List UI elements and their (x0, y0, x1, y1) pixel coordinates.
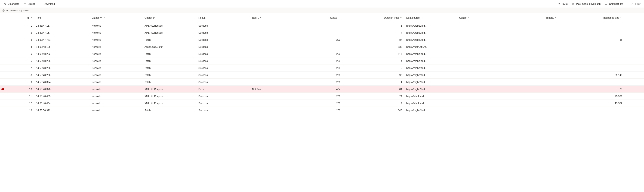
cell-time: 14:58:48.235 (36, 58, 92, 64)
cell-data-source: https://orgbe1fed… (406, 52, 459, 56)
clear-data-button[interactable]: Clear data (2, 2, 21, 6)
cell-status: 200 (283, 72, 345, 78)
col-duration[interactable]: Duration (ms) (345, 16, 402, 19)
cell-operation: Fetch (144, 66, 198, 70)
cell-category: Network (92, 80, 144, 84)
cell-control (459, 102, 522, 104)
table-row[interactable]: 914:58:48.324NetworkFetchSuccess2004http… (0, 78, 644, 86)
cell-category: Network (92, 108, 144, 113)
cell-duration: 84 (345, 87, 406, 92)
cell-property (522, 46, 561, 48)
table-row[interactable]: 214:58:47.167NetworkXMLHttpRequestSucces… (0, 29, 644, 36)
col-status[interactable]: Status (283, 16, 340, 19)
table-row[interactable]: 414:58:48.106NetworkAssetLoad.ScriptSucc… (0, 43, 644, 50)
cell-category: Network (92, 23, 144, 28)
table-row[interactable]: 514:58:48.233NetworkFetchSuccess200115ht… (0, 50, 644, 58)
cell-status: 200 (283, 94, 345, 99)
cell-status: 200 (283, 101, 345, 106)
cell-result: Success (198, 30, 252, 35)
col-res[interactable]: Res… (252, 16, 262, 19)
cell-property (522, 74, 561, 76)
col-category-label: Category (92, 16, 102, 19)
cell-status: 200 (283, 66, 345, 70)
cell-result: Success (198, 44, 252, 49)
col-operation[interactable]: Operation (144, 16, 158, 19)
cell-response-size (561, 32, 626, 34)
cell-category: Network (92, 66, 144, 70)
cell-response-size (561, 109, 626, 111)
table-row[interactable]: 814:58:48.296NetworkFetchSuccess20092htt… (0, 72, 644, 78)
compact-list-label: Compact list (609, 2, 623, 5)
table-row[interactable]: 614:58:48.235NetworkFetchSuccess2004http… (0, 58, 644, 64)
col-control[interactable]: Control (459, 16, 470, 19)
col-property[interactable]: Property (522, 16, 557, 19)
table-row[interactable]: 1314:58:50.922NetworkFetchSuccess200348h… (0, 107, 644, 114)
col-category[interactable]: Category (92, 16, 105, 19)
table-row[interactable]: 114:58:47.167NetworkXMLHttpRequestSucces… (0, 22, 644, 29)
cell-operation: Fetch (144, 52, 198, 56)
cell-control (459, 25, 522, 27)
col-data-source-label: Data source (406, 16, 420, 19)
chevron-down-icon (43, 17, 45, 19)
cell-response-size (561, 46, 626, 48)
cell-duration: 92 (345, 72, 406, 78)
col-response-size[interactable]: Response size (561, 16, 622, 19)
cell-data-source: https://orgbe1fed… (406, 66, 459, 70)
cell-response-size: 28 (561, 87, 626, 92)
cell-id: 12 (5, 101, 36, 106)
table-row[interactable]: ✕1014:58:48.378NetworkXMLHttpRequestErro… (0, 86, 644, 93)
cell-result: Success (198, 72, 252, 78)
upload-icon (24, 2, 26, 5)
cell-res (252, 102, 283, 104)
svg-point-0 (558, 3, 559, 4)
table-row[interactable]: 1114:58:48.453NetworkXMLHttpRequestSucce… (0, 93, 644, 100)
cell-property (522, 25, 561, 27)
table-row[interactable]: 714:58:48.236NetworkFetchSuccess2005http… (0, 64, 644, 72)
cell-duration: 87 (345, 37, 406, 42)
cell-response-size: 69,143 (561, 72, 626, 78)
cell-control (459, 32, 522, 34)
cell-operation: XMLHttpRequest (144, 30, 198, 35)
cell-property (522, 32, 561, 34)
grid-header-row: Id Time Category Operation Result Res… S… (0, 14, 644, 22)
cell-result: Error (198, 87, 252, 92)
cell-id: 6 (5, 58, 36, 64)
cell-control (459, 67, 522, 69)
play-app-button[interactable]: Play model-driven app (570, 2, 603, 6)
cell-data-source: https://orgbe1fed… (406, 23, 459, 28)
cell-category: Network (92, 37, 144, 42)
col-property-label: Property (544, 16, 554, 19)
cell-result: Success (198, 58, 252, 64)
download-button[interactable]: Download (38, 2, 57, 6)
cell-time: 14:58:50.922 (36, 108, 92, 113)
col-time-label: Time (36, 16, 42, 19)
cell-duration: 115 (345, 52, 406, 56)
col-result[interactable]: Result (198, 16, 208, 19)
cell-status: 200 (283, 52, 345, 56)
filter-button[interactable]: Filter (629, 2, 642, 6)
cell-time: 14:58:48.324 (36, 80, 92, 84)
table-row[interactable]: 314:58:47.771NetworkFetchSuccess20087htt… (0, 36, 644, 43)
cell-result: Success (198, 52, 252, 56)
cell-control (459, 81, 522, 83)
cell-res (252, 67, 283, 69)
col-data-source[interactable]: Data source (406, 16, 423, 19)
cell-id: 2 (5, 30, 36, 35)
cell-id: 7 (5, 66, 36, 70)
chevron-down-icon (30, 17, 32, 19)
cell-res (252, 53, 283, 55)
invite-button[interactable]: Invite (555, 2, 570, 6)
cell-data-source: https://shellprod.… (406, 94, 459, 99)
cell-operation: Fetch (144, 58, 198, 64)
table-row[interactable]: 1214:58:48.494NetworkXMLHttpRequestSucce… (0, 100, 644, 107)
col-id[interactable]: Id (5, 16, 32, 19)
chevron-down-icon (338, 17, 340, 19)
cell-operation: AssetLoad.Script (144, 44, 198, 49)
col-time[interactable]: Time (36, 16, 45, 19)
cell-duration: 138 (345, 44, 406, 49)
col-res-label: Res… (252, 16, 259, 19)
upload-button[interactable]: Upload (21, 2, 38, 6)
compact-list-button[interactable]: Compact list (603, 2, 629, 6)
cell-property (522, 81, 561, 83)
cell-data-source: https://orgbe1fed… (406, 108, 459, 113)
